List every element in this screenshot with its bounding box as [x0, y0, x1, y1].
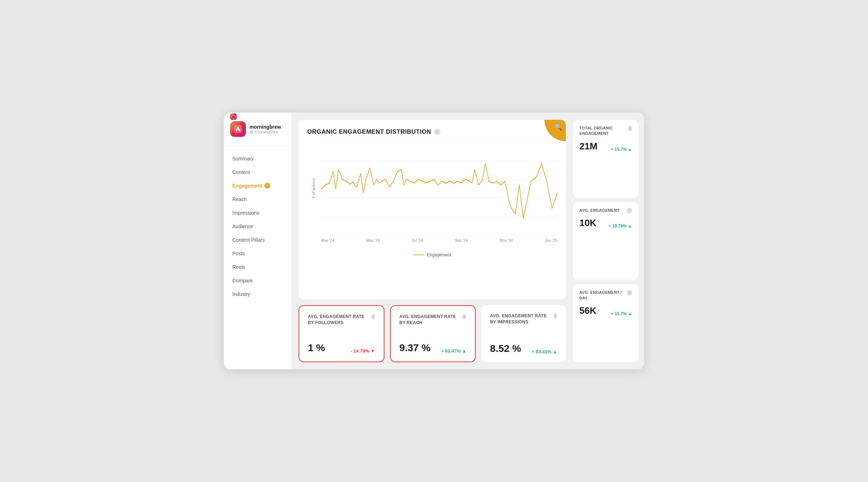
stat-title-2: AVG. ENGAGEMENT / DAY	[579, 290, 627, 301]
sidebar-item-posts[interactable]: Posts	[227, 247, 288, 260]
stat-info-icon-2[interactable]: i	[627, 290, 632, 296]
metric-card-1: AVG. ENGAGEMENT RATE BY REACH i 9.37 % +…	[390, 305, 476, 362]
nav-item-label: Posts	[232, 251, 245, 256]
nav-item-label: Engagement	[232, 183, 262, 189]
sidebar: ◯ morningbrew @ /morningbrew SummaryCont…	[224, 113, 291, 369]
metric-title-2: AVG. ENGAGEMENT RATE BY IMPRESSIONS	[490, 313, 553, 325]
legend-label: Engagement	[427, 252, 451, 257]
app-container: ◯ morningbrew @ /morningbrew SummaryCont…	[224, 113, 644, 369]
sidebar-item-audience[interactable]: Audience	[227, 220, 288, 233]
metric-title-0: AVG. ENGAGEMENT RATE BY FOLLOWERS	[308, 314, 371, 326]
sidebar-item-reach[interactable]: Reach	[227, 193, 288, 206]
x-label-nov: Nov '24	[500, 238, 513, 242]
nav-item-label: Industry	[232, 291, 250, 297]
metric-bottom-2: 8.52 % + 83.43% ▲	[490, 343, 557, 354]
svg-rect-0	[234, 125, 242, 133]
metric-card-0: AVG. ENGAGEMENT RATE BY FOLLOWERS i 1 % …	[299, 305, 384, 362]
instagram-icon: ◯	[230, 113, 237, 120]
stat-bottom-0: 21M + 15.7% ▲	[579, 141, 632, 152]
sidebar-item-content[interactable]: Content	[227, 166, 288, 179]
metric-info-icon-0[interactable]: i	[371, 314, 375, 319]
chart-header: ORGANIC ENGAGEMENT DISTRIBUTION i	[307, 128, 557, 135]
account-handle: @ /morningbrew	[249, 130, 281, 134]
nav-item-label: Compare	[232, 278, 253, 283]
sidebar-item-content-pillars[interactable]: Content Pillars	[227, 234, 288, 246]
metric-info-icon-2[interactable]: i	[553, 313, 557, 319]
account-logo-wrap: ◯	[230, 121, 246, 137]
stat-bottom-2: 56K + 15.7% ▲	[579, 305, 632, 316]
sidebar-item-summary[interactable]: Summary	[227, 152, 288, 165]
stat-value-2: 56K	[579, 305, 596, 316]
stat-info-icon-0[interactable]: i	[628, 125, 632, 131]
stat-bottom-1: 10K + 19.78% ▲	[579, 217, 632, 229]
nav-item-label: Summary	[232, 156, 254, 161]
x-label-may: May '24	[366, 238, 380, 242]
nav-item-label: Impressions	[232, 210, 259, 216]
metric-bottom-1: 9.37 % + 83.47% ▲	[399, 342, 467, 354]
account-info: morningbrew @ /morningbrew	[249, 124, 281, 134]
bottom-metrics: AVG. ENGAGEMENT RATE BY FOLLOWERS i 1 % …	[299, 305, 566, 362]
nav-item-label: Content Pillars	[232, 237, 265, 243]
right-panel: TOTAL ORGANIC ENGAGEMENT i 21M + 15.7% ▲…	[573, 113, 644, 369]
chart-legend: Engagement	[307, 252, 557, 257]
sidebar-item-impressions[interactable]: Impressions	[227, 206, 288, 219]
metric-bottom-0: 1 % - 14.79% ▼	[308, 342, 375, 354]
metric-title-1: AVG. ENGAGEMENT RATE BY REACH	[399, 314, 462, 326]
main-content: 🔍 ORGANIC ENGAGEMENT DISTRIBUTION i # of…	[291, 113, 573, 369]
stat-card-2: AVG. ENGAGEMENT / DAY i 56K + 15.7% ▲	[573, 284, 639, 362]
y-axis-label: # of actions	[311, 178, 316, 198]
stat-title-0: TOTAL ORGANIC ENGAGEMENT	[579, 125, 628, 137]
nav-item-badge-wrap: Engagement ?	[232, 183, 283, 189]
stat-value-0: 21M	[579, 141, 598, 152]
x-label-jul: Jul '24	[412, 238, 423, 242]
search-corner[interactable]: 🔍	[544, 120, 566, 141]
nav-item-label: Reels	[232, 264, 245, 270]
stat-change-2: + 15.7% ▲	[611, 311, 632, 316]
stat-info-icon-1[interactable]: i	[626, 208, 632, 214]
sidebar-item-compare[interactable]: Compare	[227, 274, 288, 287]
engagement-badge: ?	[264, 183, 270, 189]
engagement-chart: 800k 600k 400k 200k 0	[321, 143, 557, 235]
chart-area: # of actions 800k 600k 400k 200k 0	[321, 143, 557, 250]
stat-card-0: TOTAL ORGANIC ENGAGEMENT i 21M + 15.7% ▲	[573, 120, 639, 198]
nav-item-label: Reach	[232, 196, 247, 202]
nav-item-label: Audience	[232, 224, 253, 229]
x-label-jan: Jan '25	[545, 238, 557, 242]
metric-change-2: + 83.43% ▲	[532, 349, 557, 354]
sidebar-item-reels[interactable]: Reels	[227, 261, 288, 273]
search-icon: 🔍	[554, 123, 562, 131]
account-name: morningbrew	[249, 124, 281, 130]
stat-title-1: AVG. ENGAGEMENT	[579, 208, 619, 213]
chart-section: 🔍 ORGANIC ENGAGEMENT DISTRIBUTION i # of…	[299, 120, 566, 299]
metric-change-1: + 83.47% ▲	[441, 348, 467, 354]
sidebar-item-industry[interactable]: Industry	[227, 288, 288, 301]
metric-value-0: 1 %	[308, 342, 325, 354]
nav-item-label: Content	[232, 169, 250, 175]
metric-value-2: 8.52 %	[490, 343, 521, 354]
chart-info-icon[interactable]: i	[434, 129, 440, 135]
x-label-mar: Mar '24	[321, 238, 334, 242]
stat-change-0: + 15.7% ▲	[611, 147, 632, 152]
metric-change-0: - 14.79% ▼	[351, 348, 375, 354]
account-logo	[230, 121, 246, 137]
sidebar-item-engagement[interactable]: Engagement ?	[227, 179, 288, 192]
sidebar-header: ◯ morningbrew @ /morningbrew	[224, 121, 291, 146]
stat-value-1: 10K	[579, 217, 596, 229]
chart-title: ORGANIC ENGAGEMENT DISTRIBUTION	[307, 128, 431, 135]
metric-card-2: AVG. ENGAGEMENT RATE BY IMPRESSIONS i 8.…	[481, 305, 566, 362]
metric-info-icon-1[interactable]: i	[462, 314, 466, 319]
sidebar-nav: SummaryContent Engagement ? ReachImpress…	[224, 152, 291, 301]
metric-value-1: 9.37 %	[399, 342, 430, 354]
stat-card-1: AVG. ENGAGEMENT i 10K + 19.78% ▲	[573, 202, 639, 280]
x-label-sep: Sep '24	[455, 238, 468, 242]
stat-change-1: + 19.78% ▲	[609, 224, 632, 229]
legend-line	[413, 255, 424, 255]
